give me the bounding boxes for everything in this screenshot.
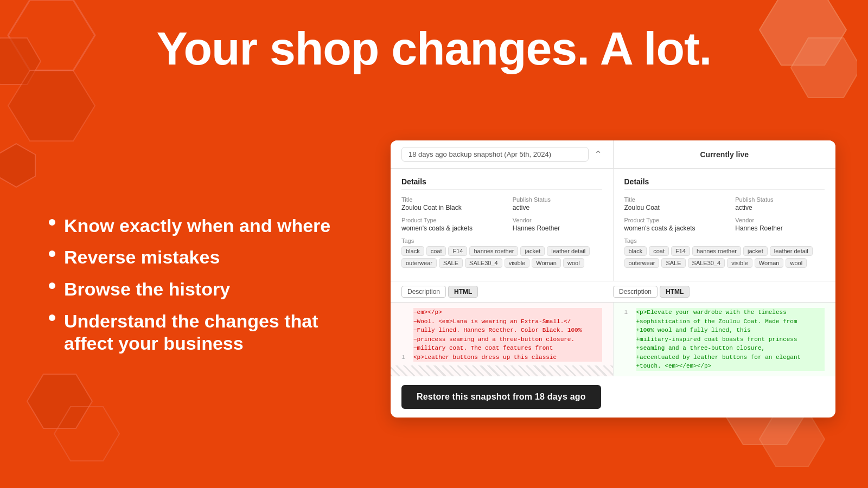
snapshot-tags-section: Tags blackcoatF14hannes roetherjacketlea… — [401, 237, 602, 268]
line-num — [624, 362, 632, 371]
live-type-group: Product Type women's coats & jackets — [624, 217, 714, 232]
line-num — [624, 317, 632, 326]
tag: outerwear — [624, 258, 660, 268]
snapshot-vendor-group: Vendor Hannes Roether — [513, 217, 602, 232]
tag: hannes roether — [469, 246, 518, 256]
live-desc-tab[interactable]: Description — [613, 286, 658, 298]
tag: visible — [505, 258, 530, 268]
live-vendor-value: Hannes Roether — [735, 224, 825, 232]
line-content: +accentuated by leather buttons for an e… — [636, 353, 825, 362]
line-content: −princess seaming and a three-button clo… — [413, 335, 602, 344]
snapshot-desc-tab[interactable]: Description — [401, 286, 446, 298]
tag: SALE — [439, 258, 463, 268]
live-publish-value: active — [735, 204, 825, 211]
code-line: −Fully lined. Hannes Roether. Color Blac… — [401, 326, 602, 335]
code-line: +touch. <em></em></p> — [624, 362, 825, 371]
tag: wool — [563, 258, 584, 268]
live-vendor-group: Vendor Hannes Roether — [735, 217, 825, 232]
line-num — [401, 335, 409, 344]
line-num — [401, 326, 409, 335]
col-live: Details Title Zoulou Coat Publish Status… — [614, 169, 836, 281]
content-row: Know exactly when and where Reverse mist… — [33, 92, 835, 466]
snapshot-vendor-value: Hannes Roether — [513, 224, 602, 232]
live-html-tab[interactable]: HTML — [660, 286, 690, 298]
live-publish-group: Publish Status active — [735, 196, 825, 211]
description-section: Description HTML Description HTML −em></… — [391, 281, 835, 376]
live-title-label: Title — [624, 196, 714, 203]
comparison-header: 18 days ago backup snapshot (Apr 5th, 20… — [391, 140, 835, 169]
line-content: +seaming and a three-button closure, — [636, 344, 825, 353]
main-title: Your shop changes. A lot. — [33, 22, 835, 75]
snapshot-type-label: Product Type — [401, 217, 491, 223]
snapshot-section-title: Details — [401, 177, 602, 190]
snapshot-field-row-1: Title Zoulou Coat in Black Publish Statu… — [401, 196, 602, 211]
snapshot-type-value: women's coats & jackets — [401, 224, 491, 232]
col-snapshot: Details Title Zoulou Coat in Black Publi… — [391, 169, 614, 281]
line-content: −military coat. The coat features front — [413, 344, 602, 353]
snapshot-publish-value: active — [513, 204, 602, 211]
snapshot-html-tab[interactable]: HTML — [448, 286, 478, 298]
bullet-item-browse: Browse the history — [49, 278, 369, 300]
line-num — [624, 353, 632, 362]
restore-button[interactable]: Restore this snapshot from 18 days ago — [401, 385, 601, 409]
bullet-item-understand: Understand the changes that affect your … — [49, 310, 369, 355]
tag: SALE — [661, 258, 685, 268]
live-code: 1<p>Elevate your wardrobe with the timel… — [614, 303, 836, 376]
line-content: <p>Elevate your wardrobe with the timele… — [636, 308, 825, 317]
tag: wool — [786, 258, 807, 268]
snapshot-title-group: Title Zoulou Coat in Black — [401, 196, 491, 211]
code-line: +seaming and a three-button closure, — [624, 344, 825, 353]
bullet-text-browse: Browse the history — [64, 278, 230, 300]
tag: black — [401, 246, 424, 256]
line-content: −Fully lined. Hannes Roether. Color Blac… — [413, 326, 602, 335]
header-right: Currently live — [614, 140, 836, 168]
line-content: +military-inspired coat boasts front pri… — [636, 335, 825, 344]
live-tags-label: Tags — [624, 237, 825, 244]
tag: coat — [426, 246, 446, 256]
arrow-icon[interactable]: ⌃ — [594, 149, 602, 160]
desc-bodies: −em></p>−Wool. <em>Lana is wearing an Ex… — [391, 303, 835, 376]
line-num: 1 — [624, 308, 632, 317]
restore-btn-container: Restore this snapshot from 18 days ago — [391, 376, 835, 418]
live-field-row-2: Product Type women's coats & jackets Ven… — [624, 217, 825, 232]
comparison-container: 18 days ago backup snapshot (Apr 5th, 20… — [391, 140, 835, 418]
line-num — [401, 317, 409, 326]
code-line: −military coat. The coat features front — [401, 344, 602, 353]
line-content: +100% wool and fully lined, this — [636, 326, 825, 335]
tag: coat — [649, 246, 669, 256]
snapshot-label: 18 days ago backup snapshot (Apr 5th, 20… — [401, 147, 589, 162]
code-line: −Wool. <em>Lana is wearing an Extra-Smal… — [401, 317, 602, 326]
desc-tabs-right: Description HTML — [613, 281, 825, 302]
tag: Woman — [532, 258, 561, 268]
tag: jacket — [743, 246, 768, 256]
snapshot-title-label: Title — [401, 196, 491, 203]
snapshot-field-row-2: Product Type women's coats & jackets Ven… — [401, 217, 602, 232]
tag: F14 — [671, 246, 690, 256]
tag: leather detail — [770, 246, 813, 256]
snapshot-publish-group: Publish Status active — [513, 196, 602, 211]
snapshot-vendor-label: Vendor — [513, 217, 602, 223]
line-num — [401, 308, 409, 317]
live-title-value: Zoulou Coat — [624, 204, 714, 211]
snapshot-tags-row: blackcoatF14hannes roetherjacketleather … — [401, 246, 602, 268]
right-panel: 18 days ago backup snapshot (Apr 5th, 20… — [391, 92, 835, 466]
code-line: 1<p>Elevate your wardrobe with the timel… — [624, 308, 825, 317]
code-line: +accentuated by leather buttons for an e… — [624, 353, 825, 362]
desc-header: Description HTML Description HTML — [391, 281, 835, 303]
snapshot-type-group: Product Type women's coats & jackets — [401, 217, 491, 232]
code-line: +100% wool and fully lined, this — [624, 326, 825, 335]
code-line: −em></p> — [401, 308, 602, 317]
tag: SALE30_4 — [688, 258, 725, 268]
current-live-label: Currently live — [700, 150, 749, 159]
bullet-text-know: Know exactly when and where — [64, 215, 330, 237]
bullet-text-understand: Understand the changes that affect your … — [64, 310, 369, 355]
live-vendor-label: Vendor — [735, 217, 825, 223]
line-content: +touch. <em></em></p> — [636, 362, 825, 371]
tag: outerwear — [401, 258, 437, 268]
snapshot-tags-label: Tags — [401, 237, 602, 244]
stripe-overlay — [391, 365, 613, 376]
live-tags-row: blackcoatF14hannes roetherjacketleather … — [624, 246, 825, 268]
live-title-group: Title Zoulou Coat — [624, 196, 714, 211]
live-type-label: Product Type — [624, 217, 714, 223]
live-publish-label: Publish Status — [735, 196, 825, 203]
